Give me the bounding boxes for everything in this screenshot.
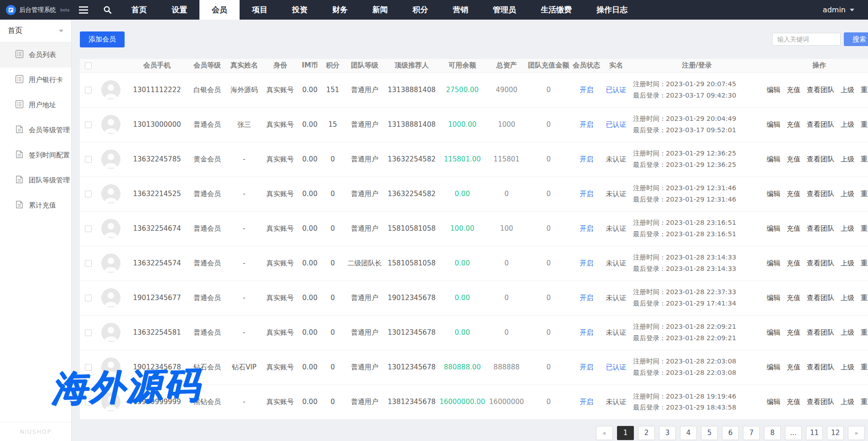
recharge-link[interactable]: 充值	[787, 190, 800, 198]
search-icon[interactable]	[95, 0, 119, 20]
recharge-link[interactable]: 充值	[787, 328, 800, 337]
row-checkbox[interactable]	[85, 399, 92, 405]
sidebar-item-member-level[interactable]: 会员等级管理	[0, 118, 71, 143]
status-toggle-link[interactable]: 开启	[580, 294, 593, 302]
page-button-2[interactable]: 2	[638, 426, 655, 440]
edit-link[interactable]: 编辑	[767, 120, 780, 129]
page-button-6[interactable]: 6	[722, 426, 739, 440]
reset-password-link[interactable]: 重置密码	[861, 224, 868, 233]
hamburger-menu-icon[interactable]	[72, 0, 95, 20]
superior-link[interactable]: 上级	[841, 294, 854, 302]
reset-password-link[interactable]: 重置密码	[861, 86, 868, 94]
reset-password-link[interactable]: 重置密码	[861, 398, 868, 406]
status-toggle-link[interactable]: 开启	[580, 155, 593, 163]
reset-password-link[interactable]: 重置密码	[861, 294, 868, 302]
superior-link[interactable]: 上级	[841, 86, 854, 94]
row-checkbox[interactable]	[85, 87, 92, 93]
recharge-link[interactable]: 充值	[787, 294, 800, 302]
status-toggle-link[interactable]: 开启	[580, 328, 593, 337]
nav-item-admin[interactable]: 管理员	[481, 0, 528, 20]
sidebar-item-signin-time[interactable]: 签到时间配置	[0, 143, 71, 168]
nav-item-project[interactable]: 项目	[240, 0, 280, 20]
nav-item-news[interactable]: 新闻	[360, 0, 400, 20]
view-team-link[interactable]: 查看团队	[807, 328, 834, 337]
nav-item-settings[interactable]: 设置	[159, 0, 199, 20]
superior-link[interactable]: 上级	[841, 224, 854, 233]
view-team-link[interactable]: 查看团队	[807, 120, 834, 129]
row-checkbox[interactable]	[85, 121, 92, 128]
sidebar-item-user-bank-card[interactable]: 用户银行卡	[0, 67, 71, 93]
nav-item-op-log[interactable]: 操作日志	[584, 0, 640, 20]
page-button-4[interactable]: 4	[680, 426, 697, 440]
view-team-link[interactable]: 查看团队	[807, 259, 834, 267]
nav-item-life-pay[interactable]: 生活缴费	[528, 0, 584, 20]
user-menu[interactable]: admin	[823, 0, 868, 20]
sidebar-group-header[interactable]: 首页	[0, 20, 71, 42]
select-all-checkbox[interactable]	[85, 62, 92, 69]
view-team-link[interactable]: 查看团队	[807, 294, 834, 302]
status-toggle-link[interactable]: 开启	[580, 86, 593, 94]
reset-password-link[interactable]: 重置密码	[861, 155, 868, 163]
edit-link[interactable]: 编辑	[767, 190, 780, 198]
superior-link[interactable]: 上级	[841, 259, 854, 267]
edit-link[interactable]: 编辑	[767, 294, 780, 302]
reset-password-link[interactable]: 重置密码	[861, 259, 868, 267]
nav-item-member[interactable]: 会员	[199, 0, 240, 20]
next-page-button[interactable]: »	[848, 426, 865, 440]
page-button-7[interactable]: 7	[743, 426, 760, 440]
edit-link[interactable]: 编辑	[767, 155, 780, 163]
nav-item-marketing[interactable]: 营销	[440, 0, 481, 20]
page-button-3[interactable]: 3	[659, 426, 676, 440]
status-toggle-link[interactable]: 开启	[580, 363, 593, 371]
prev-page-button[interactable]: «	[596, 426, 613, 440]
add-member-button[interactable]: 添加会员	[80, 31, 125, 47]
nav-item-points[interactable]: 积分	[400, 0, 440, 20]
superior-link[interactable]: 上级	[841, 190, 854, 198]
brand[interactable]: 后台管理系统 beta	[0, 0, 72, 20]
row-checkbox[interactable]	[85, 364, 92, 371]
row-checkbox[interactable]	[85, 260, 92, 267]
recharge-link[interactable]: 充值	[787, 224, 800, 233]
search-button[interactable]: 搜索	[844, 32, 868, 46]
page-button-12[interactable]: 12	[827, 426, 844, 440]
reset-password-link[interactable]: 重置密码	[861, 190, 868, 198]
edit-link[interactable]: 编辑	[767, 224, 780, 233]
row-checkbox[interactable]	[85, 156, 92, 163]
row-checkbox[interactable]	[85, 191, 92, 197]
view-team-link[interactable]: 查看团队	[807, 363, 834, 371]
superior-link[interactable]: 上级	[841, 363, 854, 371]
nav-item-home[interactable]: 首页	[119, 0, 159, 20]
row-checkbox[interactable]	[85, 295, 92, 301]
reset-password-link[interactable]: 重置密码	[861, 328, 868, 337]
view-team-link[interactable]: 查看团队	[807, 398, 834, 406]
status-toggle-link[interactable]: 开启	[580, 120, 593, 129]
status-toggle-link[interactable]: 开启	[580, 259, 593, 267]
status-toggle-link[interactable]: 开启	[580, 224, 593, 233]
recharge-link[interactable]: 充值	[787, 363, 800, 371]
view-team-link[interactable]: 查看团队	[807, 224, 834, 233]
sidebar-item-total-recharge[interactable]: 累计充值	[0, 193, 71, 218]
edit-link[interactable]: 编辑	[767, 363, 780, 371]
page-button-11[interactable]: 11	[806, 426, 823, 440]
page-button-5[interactable]: 5	[701, 426, 718, 440]
row-checkbox[interactable]	[85, 225, 92, 232]
view-team-link[interactable]: 查看团队	[807, 155, 834, 163]
sidebar-item-team-level[interactable]: 团队等级管理	[0, 168, 71, 193]
recharge-link[interactable]: 充值	[787, 155, 800, 163]
superior-link[interactable]: 上级	[841, 120, 854, 129]
sidebar-item-member-list[interactable]: 会员列表	[0, 42, 71, 67]
status-toggle-link[interactable]: 开启	[580, 398, 593, 406]
sidebar-item-user-address[interactable]: 用户地址	[0, 93, 71, 118]
superior-link[interactable]: 上级	[841, 398, 854, 406]
superior-link[interactable]: 上级	[841, 155, 854, 163]
reset-password-link[interactable]: 重置密码	[861, 363, 868, 371]
superior-link[interactable]: 上级	[841, 328, 854, 337]
recharge-link[interactable]: 充值	[787, 259, 800, 267]
page-button-8[interactable]: 8	[764, 426, 781, 440]
edit-link[interactable]: 编辑	[767, 86, 780, 94]
row-checkbox[interactable]	[85, 329, 92, 336]
nav-item-finance[interactable]: 财务	[320, 0, 360, 20]
view-team-link[interactable]: 查看团队	[807, 86, 834, 94]
recharge-link[interactable]: 充值	[787, 86, 800, 94]
nav-item-invest[interactable]: 投资	[280, 0, 320, 20]
